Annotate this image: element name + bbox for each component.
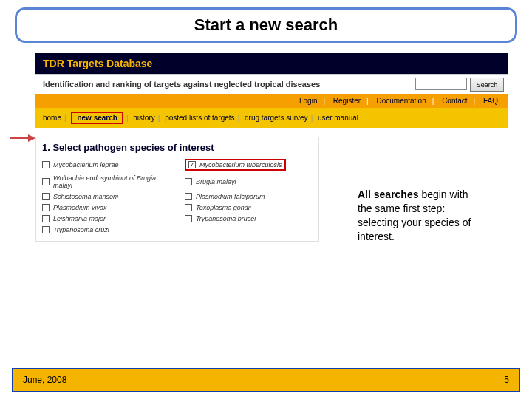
top-nav: Login| Register| Documentation| Contact|… (35, 94, 508, 108)
checkbox-leprae[interactable] (42, 161, 50, 168)
species-label: Schistosoma mansoni (53, 193, 118, 200)
site-subtitle-bar: Identification and ranking of targets ag… (35, 74, 508, 94)
species-item: Leishmania major (42, 215, 170, 222)
species-item: Mycobacterium leprae (42, 159, 170, 171)
checkbox-tbrucei[interactable] (185, 215, 192, 222)
nav-faq[interactable]: FAQ (483, 97, 498, 105)
nav-history[interactable]: history (133, 114, 154, 122)
panel-title: 1. Select pathogen species of interest (42, 142, 313, 153)
site-title: TDR Targets Database (35, 53, 508, 74)
arrow-icon (10, 134, 35, 142)
species-label: Toxoplasma gondii (196, 204, 251, 211)
species-item-highlighted: Mycobacterium tuberculosis (185, 159, 313, 171)
nav-contact[interactable]: Contact (442, 97, 467, 105)
nav-login[interactable]: Login (299, 97, 317, 105)
species-label: Trypanosoma cruzi (53, 226, 109, 233)
site-subtitle: Identification and ranking of targets ag… (43, 80, 320, 89)
species-item: Plasmodium vivax (42, 204, 170, 211)
species-item: Schistosoma mansoni (42, 193, 170, 200)
species-label: Brugia malayi (196, 178, 236, 185)
species-item: Brugia malayi (185, 174, 313, 189)
species-label: Plasmodium falciparum (196, 193, 265, 200)
species-panel: 1. Select pathogen species of interest M… (35, 137, 319, 242)
species-label: Trypanosoma brucei (196, 215, 256, 222)
species-item: Trypanosoma brucei (185, 215, 313, 222)
species-label: Mycobacterium tuberculosis (200, 161, 282, 168)
species-grid: Mycobacterium leprae Mycobacterium tuber… (42, 159, 313, 233)
nav-new-search-highlighted[interactable]: new search (71, 112, 123, 124)
checkbox-pfalc[interactable] (185, 193, 192, 200)
species-item: Wolbachia endosymbiont of Brugia malayi (42, 174, 170, 189)
checkbox-schisto[interactable] (42, 193, 50, 200)
species-item: Trypanosoma cruzi (42, 226, 170, 233)
footer-date: June, 2008 (23, 375, 66, 385)
species-item: Toxoplasma gondii (185, 204, 313, 211)
nav-posted-lists[interactable]: posted lists of targets (165, 114, 235, 122)
main-nav: home| new search| history| posted lists … (35, 108, 508, 128)
species-label: Wolbachia endosymbiont of Brugia malayi (53, 174, 170, 189)
species-label: Mycobacterium leprae (53, 161, 119, 168)
species-label: Leishmania major (53, 215, 106, 222)
nav-home[interactable]: home (43, 114, 61, 122)
checkbox-pvivax[interactable] (42, 204, 50, 211)
slide-title: Start a new search (15, 7, 517, 43)
checkbox-brugia[interactable] (185, 178, 192, 185)
nav-register[interactable]: Register (333, 97, 361, 105)
checkbox-tcruzi[interactable] (42, 226, 50, 233)
nav-documentation[interactable]: Documentation (376, 97, 426, 105)
footer-page: 5 (504, 375, 509, 385)
search-button[interactable]: Search (470, 78, 504, 92)
checkbox-toxo[interactable] (185, 204, 192, 211)
checkbox-wolbachia[interactable] (42, 178, 50, 185)
species-label: Plasmodium vivax (53, 204, 107, 211)
checkbox-tuberculosis[interactable] (188, 161, 196, 168)
slide-footer: June, 2008 5 (12, 368, 520, 392)
nav-survey[interactable]: drug targets survey (245, 114, 308, 122)
explanatory-text: All searches begin with the same first s… (358, 188, 483, 244)
checkbox-leish[interactable] (42, 215, 50, 222)
species-item: Plasmodium falciparum (185, 193, 313, 200)
search-input[interactable] (415, 78, 467, 90)
explain-bold: All searches (358, 188, 419, 200)
nav-manual[interactable]: user manual (318, 114, 358, 122)
